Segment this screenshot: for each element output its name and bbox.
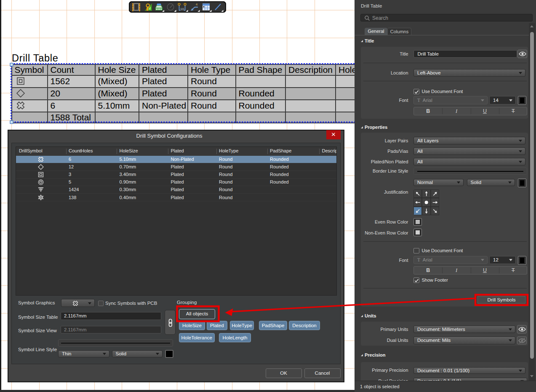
svg-text:10: 10 [180, 7, 184, 11]
svg-text:4: 4 [196, 3, 198, 6]
